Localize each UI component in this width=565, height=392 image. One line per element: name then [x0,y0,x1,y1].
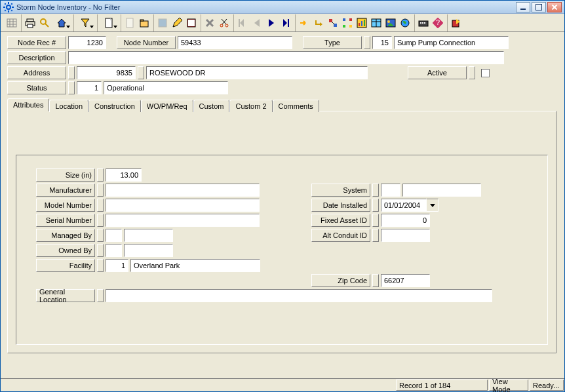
tab-location[interactable]: Location [49,100,88,112]
status-code-field[interactable]: 1 [77,81,102,94]
tab-wo-pm-req[interactable]: WO/PM/Req [141,100,193,112]
svg-marker-36 [240,19,244,27]
facility-lookup[interactable] [97,259,104,272]
facility-field[interactable]: Overland Park [130,259,260,272]
globe-icon[interactable] [398,16,412,30]
size-lookup[interactable] [97,168,104,182]
svg-rect-9 [7,19,16,27]
status-desc-field[interactable]: Operational [104,81,228,94]
managed-code-field[interactable] [106,229,122,242]
keyboard-icon[interactable] [416,16,431,30]
system-code-field[interactable] [381,184,400,197]
svg-point-17 [41,19,46,24]
new-icon[interactable] [123,16,137,30]
manufacturer-field[interactable] [106,184,260,197]
active-checkbox[interactable] [481,69,490,77]
svg-line-18 [45,24,49,27]
manufacturer-lookup[interactable] [97,184,104,197]
table-icon[interactable] [369,16,383,30]
print-icon[interactable] [23,16,37,30]
node-rec-field[interactable]: 1230 [68,36,106,49]
model-lookup[interactable] [97,199,104,212]
street-lookup[interactable] [138,66,144,79]
document-icon[interactable] [99,16,119,30]
svg-marker-19 [58,19,66,27]
node-number-field[interactable]: 59433 [178,36,292,49]
prev-icon[interactable] [250,16,264,30]
date-lookup[interactable] [372,199,379,212]
next-icon[interactable] [264,16,279,30]
link-icon[interactable] [326,16,340,30]
filter-icon[interactable] [75,16,95,30]
system-field[interactable] [402,184,481,197]
owned-lookup[interactable] [97,244,104,257]
alt-conduit-lookup[interactable] [372,229,379,242]
general-loc-field[interactable] [106,289,492,302]
minimize-button[interactable] [516,2,530,12]
tab-attributes[interactable]: Attributes [7,98,49,111]
description-label: Description [7,51,66,64]
svg-rect-4 [12,7,14,8]
fixed-asset-lookup[interactable] [372,214,379,227]
first-icon[interactable] [235,16,250,30]
type-code-field[interactable]: 15 [372,36,392,49]
svg-marker-40 [283,19,287,27]
facility-code-field[interactable]: 1 [106,259,128,272]
serial-field[interactable] [106,214,260,227]
address-lookup[interactable] [68,66,75,79]
svg-rect-62 [420,22,421,24]
type-desc-field[interactable]: Sump Pump Connection [394,36,509,49]
address-street-field[interactable]: ROSEWOOD DR [146,66,368,79]
tab-custom2[interactable]: Custom 2 [229,100,272,112]
edit-icon[interactable] [170,16,184,30]
managed-field[interactable] [124,229,173,242]
grid-icon[interactable] [5,16,19,30]
active-lookup[interactable] [469,66,475,79]
managed-lookup[interactable] [97,229,104,242]
type-lookup[interactable] [364,36,370,49]
svg-rect-25 [140,20,144,21]
image-icon[interactable] [383,16,398,30]
last-icon[interactable] [279,16,293,30]
book-icon[interactable] [184,16,199,30]
size-field[interactable]: 13.00 [106,168,142,182]
model-field[interactable] [106,199,260,212]
close-button[interactable] [547,2,562,12]
node-number-label: Node Number [117,36,176,49]
status-lookup[interactable] [68,81,75,94]
general-loc-label: General Location [36,289,95,302]
tab-construction[interactable]: Construction [88,100,141,112]
system-lookup[interactable] [372,184,379,197]
save-icon[interactable] [155,16,170,30]
find-icon[interactable] [37,16,52,30]
owned-code-field[interactable] [106,244,122,257]
goto-icon[interactable] [297,16,311,30]
open-icon[interactable] [137,16,151,30]
svg-line-34 [222,19,227,24]
date-dropdown-button[interactable] [427,199,438,212]
maximize-button[interactable] [532,2,546,12]
alt-conduit-field[interactable] [381,229,430,242]
address-num-field[interactable]: 9835 [77,66,136,79]
refresh-icon[interactable] [311,16,326,30]
date-installed-field[interactable]: 01/01/2004 [381,199,427,212]
svg-rect-14 [27,19,33,22]
tab-comments[interactable]: Comments [273,100,319,112]
delete-icon[interactable] [203,16,217,30]
cut-icon[interactable] [217,16,231,30]
tree-icon[interactable] [340,16,355,30]
tab-custom[interactable]: Custom [193,100,230,112]
exit-icon[interactable] [449,16,463,30]
owned-field[interactable] [124,244,173,257]
description-field[interactable] [68,51,504,64]
fixed-asset-field[interactable]: 0 [381,214,430,227]
zip-field[interactable]: 66207 [381,274,430,287]
svg-rect-52 [361,21,362,26]
zip-lookup[interactable] [372,274,379,287]
serial-lookup[interactable] [97,214,104,227]
chart-icon[interactable] [355,16,369,30]
general-loc-lookup[interactable] [97,289,104,302]
home-icon[interactable] [52,16,71,30]
help-icon[interactable]: ? [431,16,445,30]
svg-marker-42 [320,22,322,26]
